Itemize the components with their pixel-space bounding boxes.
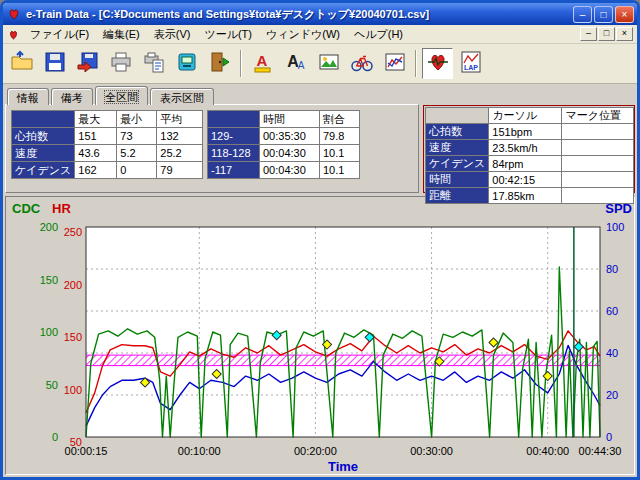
chart-area[interactable]: 050100150200CDC50100150200250HR020406080… bbox=[5, 196, 635, 475]
save-icon bbox=[43, 50, 67, 78]
row-label-zone-low: -117 bbox=[208, 162, 260, 179]
svg-text:200: 200 bbox=[40, 221, 58, 233]
row-label-speed: 速度 bbox=[426, 140, 489, 156]
import-button[interactable] bbox=[72, 48, 103, 79]
app-window: e-Train Data - [C:¥Documents and Setting… bbox=[0, 0, 640, 480]
svg-text:250: 250 bbox=[64, 226, 82, 238]
value-cell: 10.1 bbox=[320, 145, 360, 162]
zone-table: 時間 割合 129- 00:35:30 79.8 118-128 00:04:3… bbox=[207, 110, 360, 179]
cursor-value-cell: 84rpm bbox=[489, 156, 562, 172]
col-header-mark-position: マーク位置 bbox=[562, 108, 634, 124]
row-label-distance: 距離 bbox=[426, 188, 489, 204]
bike-button[interactable] bbox=[346, 48, 377, 79]
value-cell: 43.6 bbox=[75, 145, 117, 162]
table-row: 心拍数 151 73 132 bbox=[12, 128, 203, 145]
lap-label: LAP bbox=[464, 64, 478, 71]
row-label-speed: 速度 bbox=[12, 145, 75, 162]
svg-text:150: 150 bbox=[40, 274, 58, 286]
menu-help[interactable]: ヘルプ(H) bbox=[347, 25, 410, 44]
graph-icon bbox=[383, 50, 407, 78]
device-icon bbox=[175, 50, 199, 78]
svg-text:A: A bbox=[297, 60, 304, 71]
svg-text:100: 100 bbox=[606, 221, 624, 233]
value-cell: 151 bbox=[75, 128, 117, 145]
print-button[interactable] bbox=[105, 48, 136, 79]
value-cell: 132 bbox=[157, 128, 203, 145]
minimize-button[interactable]: – bbox=[573, 6, 592, 23]
mdi-close-button[interactable]: × bbox=[616, 27, 633, 41]
tab-remarks[interactable]: 備考 bbox=[51, 88, 93, 105]
exit-button[interactable] bbox=[204, 48, 235, 79]
cursor-table: カーソル マーク位置 心拍数 151bpm 速度 23.5km/h ケイデンス … bbox=[425, 107, 634, 204]
import-icon bbox=[76, 50, 100, 78]
svg-text:HR: HR bbox=[52, 201, 71, 216]
exit-icon bbox=[208, 50, 232, 78]
table-row: 速度 23.5km/h bbox=[426, 140, 634, 156]
table-row: ケイデンス 84rpm bbox=[426, 156, 634, 172]
print-preview-button[interactable] bbox=[138, 48, 169, 79]
menu-window[interactable]: ウィンドウ(W) bbox=[259, 25, 347, 44]
col-header-ratio: 割合 bbox=[320, 111, 360, 128]
open-button[interactable] bbox=[6, 48, 37, 79]
font-icon: AA bbox=[284, 50, 308, 78]
col-header-max: 最大 bbox=[75, 111, 117, 128]
value-cell: 79 bbox=[157, 162, 203, 179]
device-button[interactable] bbox=[171, 48, 202, 79]
table-row: 118-128 00:04:30 10.1 bbox=[208, 145, 360, 162]
value-cell: 00:04:30 bbox=[260, 162, 320, 179]
cursor-value-cell: 151bpm bbox=[489, 124, 562, 140]
value-cell: 00:35:30 bbox=[260, 128, 320, 145]
menu-file[interactable]: ファイル(F) bbox=[23, 25, 96, 44]
training-chart[interactable]: 050100150200CDC50100150200250HR020406080… bbox=[6, 197, 634, 474]
table-row: 時間 00:42:15 bbox=[426, 172, 634, 188]
tab-display-section[interactable]: 表示区間 bbox=[150, 88, 214, 105]
corner-cell bbox=[426, 108, 489, 124]
row-label-zone-target: 118-128 bbox=[208, 145, 260, 162]
mdi-minimize-button[interactable]: – bbox=[580, 27, 597, 41]
menu-bar: ファイル(F) 編集(E) 表示(V) ツール(T) ウィンドウ(W) ヘルプ(… bbox=[3, 25, 637, 44]
toolbar-separator bbox=[240, 50, 242, 77]
value-cell: 5.2 bbox=[117, 145, 157, 162]
font-button[interactable]: AA bbox=[280, 48, 311, 79]
tab-all-sections[interactable]: 全区間 bbox=[95, 86, 148, 105]
font-color-button[interactable]: A bbox=[247, 48, 278, 79]
heart-icon bbox=[426, 50, 450, 78]
svg-text:100: 100 bbox=[40, 326, 58, 338]
svg-text:200: 200 bbox=[64, 279, 82, 291]
main-content: 情報 備考 全区間 表示区間 最大 最小 平均 心拍数 151 73 132 速… bbox=[3, 84, 637, 477]
mark-value-cell bbox=[562, 124, 634, 140]
svg-text:CDC: CDC bbox=[12, 201, 41, 216]
col-header-avg: 平均 bbox=[157, 111, 203, 128]
tab-info[interactable]: 情報 bbox=[7, 88, 49, 105]
maximize-button[interactable]: □ bbox=[594, 6, 613, 23]
cursor-value-cell: 17.85km bbox=[489, 188, 562, 204]
close-button[interactable]: × bbox=[615, 6, 634, 23]
menu-tools[interactable]: ツール(T) bbox=[197, 25, 259, 44]
toolbar: A AA LAP bbox=[3, 44, 637, 84]
menu-edit[interactable]: 編集(E) bbox=[96, 25, 147, 44]
svg-text:60: 60 bbox=[606, 305, 618, 317]
bike-icon bbox=[350, 50, 374, 78]
table-row: 距離 17.85km bbox=[426, 188, 634, 204]
graph-button[interactable] bbox=[379, 48, 410, 79]
mark-value-cell bbox=[562, 140, 634, 156]
value-cell: 73 bbox=[117, 128, 157, 145]
table-row: 129- 00:35:30 79.8 bbox=[208, 128, 360, 145]
table-row: 速度 43.6 5.2 25.2 bbox=[12, 145, 203, 162]
col-header-time: 時間 bbox=[260, 111, 320, 128]
row-label-heart-rate: 心拍数 bbox=[12, 128, 75, 145]
mdi-restore-button[interactable]: □ bbox=[598, 27, 615, 41]
print-icon bbox=[109, 50, 133, 78]
value-cell: 25.2 bbox=[157, 145, 203, 162]
row-label-zone-high: 129- bbox=[208, 128, 260, 145]
heart-rate-view-button[interactable] bbox=[422, 48, 453, 79]
svg-text:0: 0 bbox=[606, 431, 612, 443]
lap-view-button[interactable]: LAP bbox=[455, 48, 486, 79]
window-title: e-Train Data - [C:¥Documents and Setting… bbox=[26, 7, 569, 22]
image-button[interactable] bbox=[313, 48, 344, 79]
image-icon bbox=[317, 50, 341, 78]
lap-icon: LAP bbox=[459, 50, 483, 78]
menu-view[interactable]: 表示(V) bbox=[147, 25, 198, 44]
corner-cell bbox=[208, 111, 260, 128]
save-button[interactable] bbox=[39, 48, 70, 79]
